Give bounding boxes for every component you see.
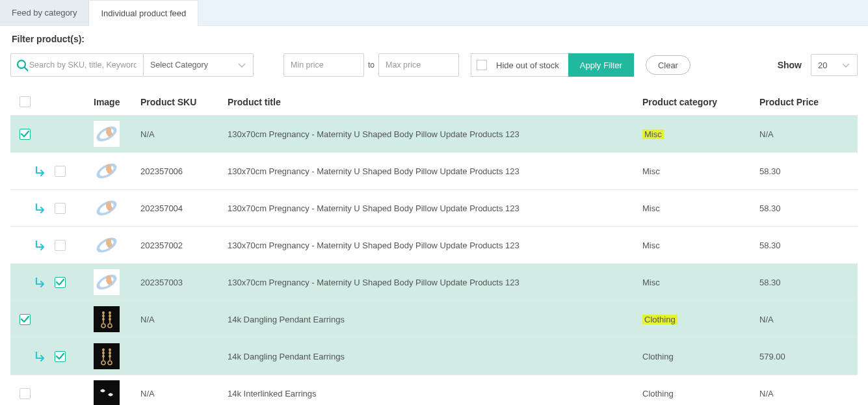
cell-title: 130x70cm Pregnancy - Maternity U Shaped … <box>222 190 637 227</box>
cell-price: 58.30 <box>754 264 858 301</box>
cell-price: N/A <box>754 375 858 406</box>
product-thumbnail <box>94 158 120 184</box>
cell-sku: N/A <box>135 375 222 406</box>
tab-feed-by-category[interactable]: Feed by category <box>0 0 89 25</box>
child-arrow-icon <box>34 202 46 214</box>
cell-sku: 202357006 <box>135 153 222 190</box>
cell-sku: N/A <box>135 116 222 153</box>
table-row: 202357004130x70cm Pregnancy - Maternity … <box>10 190 858 227</box>
cell-title: 14k Dangling Pendant Earrings <box>222 338 637 375</box>
row-checkbox[interactable] <box>55 166 66 177</box>
cell-title: 130x70cm Pregnancy - Maternity U Shaped … <box>222 227 637 264</box>
table-row: N/A14k Dangling Pendant EarringsClothing… <box>10 301 858 338</box>
table-row: 202357002130x70cm Pregnancy - Maternity … <box>10 227 858 264</box>
cell-category: Misc <box>637 190 754 227</box>
cell-sku: 202357004 <box>135 190 222 227</box>
cell-price: N/A <box>754 301 858 338</box>
product-thumbnail <box>94 269 120 295</box>
column-header-image: Image <box>88 88 135 116</box>
filter-row: Select Category to Hide out of stock App… <box>10 53 858 77</box>
product-thumbnail <box>94 343 120 369</box>
cell-category: Misc <box>637 116 754 153</box>
chevron-down-icon <box>841 60 850 70</box>
filter-products-label: Filter product(s): <box>12 34 858 44</box>
cell-price: N/A <box>754 116 858 153</box>
table-row: 202357006130x70cm Pregnancy - Maternity … <box>10 153 858 190</box>
cell-price: 58.30 <box>754 227 858 264</box>
row-checkbox[interactable] <box>20 129 31 140</box>
cell-sku: N/A <box>135 301 222 338</box>
table-row: 202357003130x70cm Pregnancy - Maternity … <box>10 264 858 301</box>
row-checkbox[interactable] <box>55 240 66 251</box>
min-price-input[interactable] <box>283 53 364 77</box>
column-header-sku: Product SKU <box>135 88 222 116</box>
hide-out-of-stock-group: Hide out of stock <box>471 53 569 77</box>
max-price-input[interactable] <box>378 53 459 77</box>
cell-category: Clothing <box>637 338 754 375</box>
products-table: Image Product SKU Product title Product … <box>10 88 858 405</box>
table-row: N/A130x70cm Pregnancy - Maternity U Shap… <box>10 116 858 153</box>
cell-title: 14k Dangling Pendant Earrings <box>222 301 637 338</box>
column-header-price: Product Price <box>754 88 858 116</box>
table-header-row: Image Product SKU Product title Product … <box>10 88 858 116</box>
cell-title: 130x70cm Pregnancy - Maternity U Shaped … <box>222 116 637 153</box>
hide-out-of-stock-checkbox[interactable] <box>477 60 487 70</box>
row-checkbox[interactable] <box>55 277 66 288</box>
tab-individual-product-feed[interactable]: Individual product feed <box>89 0 198 26</box>
apply-filter-button[interactable]: Apply Filter <box>568 53 634 77</box>
row-checkbox[interactable] <box>20 388 31 399</box>
cell-title: 130x70cm Pregnancy - Maternity U Shaped … <box>222 264 637 301</box>
cell-title: 130x70cm Pregnancy - Maternity U Shaped … <box>222 153 637 190</box>
cell-sku <box>135 338 222 375</box>
table-row: 14k Dangling Pendant EarringsClothing579… <box>10 338 858 375</box>
product-thumbnail <box>94 195 120 221</box>
child-arrow-icon <box>34 350 46 362</box>
row-checkbox[interactable] <box>55 203 66 214</box>
cell-category: Clothing <box>637 375 754 406</box>
show-page-size-value: 20 <box>818 60 827 70</box>
cell-category: Misc <box>637 227 754 264</box>
search-icon <box>15 58 28 72</box>
product-thumbnail <box>94 121 120 147</box>
cell-sku: 202357002 <box>135 227 222 264</box>
select-all-checkbox[interactable] <box>20 96 31 107</box>
price-to-label: to <box>368 60 375 70</box>
product-thumbnail <box>94 306 120 332</box>
chevron-down-icon <box>237 60 246 70</box>
hide-out-of-stock-label: Hide out of stock <box>496 60 559 70</box>
row-checkbox[interactable] <box>20 314 31 325</box>
category-select-label: Select Category <box>150 60 208 70</box>
cell-sku: 202357003 <box>135 264 222 301</box>
cell-category: Misc <box>637 264 754 301</box>
table-row: N/A14k Interlinked EarringsClothingN/A <box>10 375 858 406</box>
cell-title: 14k Interlinked Earrings <box>222 375 637 406</box>
show-page-size-select[interactable]: 20 <box>811 54 858 76</box>
search-field-wrap <box>10 53 144 77</box>
show-label: Show <box>778 60 802 70</box>
child-arrow-icon <box>34 165 46 177</box>
cell-price: 579.00 <box>754 338 858 375</box>
column-header-category: Product category <box>637 88 754 116</box>
cell-price: 58.30 <box>754 190 858 227</box>
category-select[interactable]: Select Category <box>143 53 254 77</box>
child-arrow-icon <box>34 276 46 288</box>
row-checkbox[interactable] <box>55 351 66 362</box>
cell-category: Clothing <box>637 301 754 338</box>
child-arrow-icon <box>34 239 46 251</box>
search-input[interactable] <box>28 60 138 70</box>
cell-price: 58.30 <box>754 153 858 190</box>
product-thumbnail <box>94 232 120 258</box>
tab-bar: Feed by category Individual product feed <box>0 0 868 26</box>
column-header-title: Product title <box>222 88 637 116</box>
product-thumbnail <box>94 380 120 405</box>
cell-category: Misc <box>637 153 754 190</box>
clear-button[interactable]: Clear <box>646 55 690 75</box>
